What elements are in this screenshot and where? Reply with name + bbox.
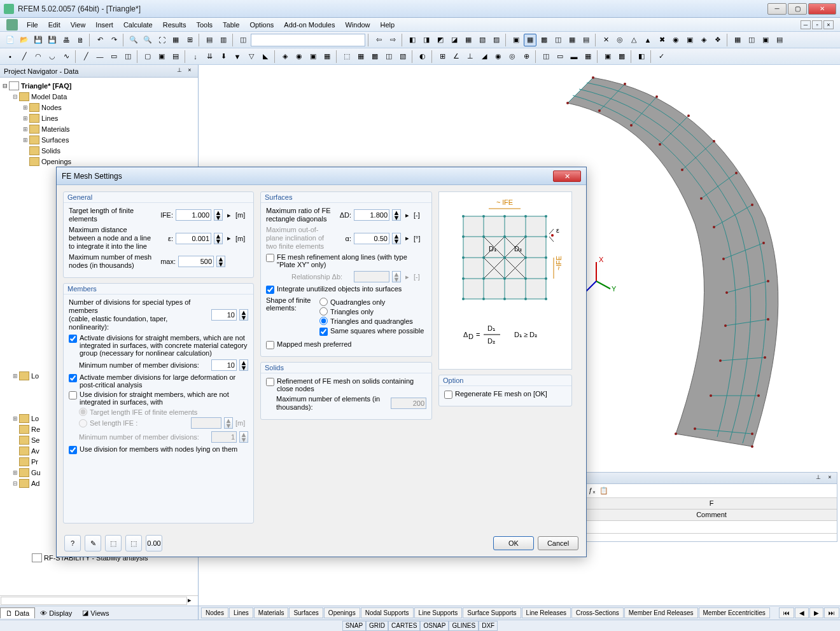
- tree-root[interactable]: Triangle* [FAQ]: [21, 82, 71, 90]
- tree-pr[interactable]: Pr: [31, 458, 38, 466]
- status-grid[interactable]: GRID: [366, 621, 388, 631]
- spin-div[interactable]: ▲▼: [239, 309, 248, 321]
- m3-icon[interactable]: ▩: [538, 34, 550, 46]
- l2-icon[interactable]: ⇊: [203, 50, 216, 63]
- input-inclination[interactable]: [354, 233, 389, 244]
- tab-surface-supports[interactable]: Surface Supports: [463, 607, 521, 618]
- s2-icon[interactable]: ▣: [155, 50, 168, 63]
- g2-icon[interactable]: ∠: [450, 50, 463, 63]
- combo-1[interactable]: [251, 34, 365, 46]
- tab-last-icon[interactable]: ⏭: [824, 607, 839, 618]
- tab-lines[interactable]: Lines: [229, 607, 253, 618]
- chk-refine-solids[interactable]: [266, 378, 274, 386]
- minimize-button[interactable]: ─: [767, 3, 787, 15]
- rad-both[interactable]: [319, 317, 328, 325]
- t2-icon[interactable]: ▥: [217, 34, 230, 46]
- redo-icon[interactable]: ↷: [108, 34, 120, 46]
- tree-openings[interactable]: Openings: [41, 158, 71, 165]
- spin-target[interactable]: ▲▼: [214, 209, 223, 221]
- tab-member-end-releases[interactable]: Member End Releases: [624, 607, 698, 618]
- e5-icon[interactable]: ▧: [396, 50, 409, 63]
- step-maxdist[interactable]: ▸: [225, 234, 233, 242]
- step-target[interactable]: ▸: [225, 211, 233, 219]
- units2-button[interactable]: ⬚: [125, 535, 142, 551]
- m2-icon[interactable]: ▦: [524, 34, 536, 46]
- nav-pin-icon[interactable]: ⊥: [175, 67, 184, 76]
- q1-icon[interactable]: ╱: [80, 50, 92, 63]
- zoom2-icon[interactable]: 🔍: [141, 34, 154, 46]
- menu-insert[interactable]: Insert: [90, 20, 118, 30]
- g1-icon[interactable]: ⊞: [436, 50, 449, 63]
- spin-maxnodes[interactable]: ▲▼: [216, 256, 225, 267]
- tab-line-releases[interactable]: Line Releases: [522, 607, 571, 618]
- step-inc[interactable]: ▸: [403, 234, 411, 242]
- l1-icon[interactable]: ↓: [189, 50, 202, 63]
- c3-icon[interactable]: ▣: [307, 50, 319, 63]
- g7-icon[interactable]: ⊕: [520, 50, 533, 63]
- tree-re[interactable]: Re: [31, 426, 40, 433]
- tab-prev-icon[interactable]: ◀: [795, 607, 809, 618]
- p3-icon[interactable]: ◠: [32, 50, 45, 63]
- j1-icon[interactable]: ◧: [635, 50, 648, 63]
- t1-icon[interactable]: ▤: [203, 34, 216, 46]
- i2-icon[interactable]: ▩: [615, 50, 628, 63]
- l6-icon[interactable]: ◣: [259, 50, 272, 63]
- e4-icon[interactable]: ◫: [382, 50, 395, 63]
- q2-icon[interactable]: —: [94, 50, 106, 63]
- g6-icon[interactable]: ◎: [506, 50, 519, 63]
- chk-use-division[interactable]: [69, 391, 77, 399]
- chk-refine-lines[interactable]: [266, 254, 274, 262]
- nav-tab-data[interactable]: 🗋Data: [0, 607, 35, 618]
- menu-view[interactable]: View: [66, 20, 91, 30]
- tree-model-data[interactable]: Model Data: [31, 93, 67, 101]
- chk-activate-concrete[interactable]: [69, 335, 77, 343]
- q3-icon[interactable]: ▭: [108, 50, 120, 63]
- status-cartes[interactable]: CARTES: [388, 621, 420, 631]
- status-snap[interactable]: SNAP: [342, 621, 366, 631]
- c2-icon[interactable]: ◉: [293, 50, 305, 63]
- nav-close-icon[interactable]: ×: [185, 67, 194, 76]
- menu-table[interactable]: Table: [218, 20, 244, 30]
- v2-icon[interactable]: ◨: [420, 34, 433, 46]
- menu-help[interactable]: Help: [375, 20, 400, 30]
- ok-button[interactable]: OK: [493, 536, 534, 550]
- i1-icon[interactable]: ▣: [601, 50, 614, 63]
- s3-icon[interactable]: ▤: [169, 50, 182, 63]
- chk-mapped[interactable]: [266, 341, 274, 349]
- v7-icon[interactable]: ▨: [490, 34, 503, 46]
- menu-options[interactable]: Options: [244, 20, 279, 30]
- m6-icon[interactable]: ▤: [580, 34, 592, 46]
- r3-icon[interactable]: ▣: [759, 34, 772, 46]
- tree-nodes[interactable]: Nodes: [41, 104, 62, 111]
- l5-icon[interactable]: ▽: [245, 50, 258, 63]
- m5-icon[interactable]: ▦: [566, 34, 578, 46]
- status-glines[interactable]: GLINES: [449, 621, 479, 631]
- spin-inc[interactable]: ▲▼: [392, 233, 401, 244]
- r4-icon[interactable]: ▤: [773, 34, 786, 46]
- c4-icon[interactable]: ▦: [321, 50, 333, 63]
- nav-tab-views[interactable]: ◪Views: [77, 607, 114, 618]
- menu-file[interactable]: File: [22, 20, 43, 30]
- chk-regenerate[interactable]: [444, 391, 452, 399]
- menu-addon[interactable]: Add-on Modules: [279, 20, 340, 30]
- e3-icon[interactable]: ▩: [368, 50, 381, 63]
- precision-button[interactable]: 0.00: [146, 535, 162, 551]
- dialog-close-button[interactable]: ✕: [553, 170, 581, 182]
- x4-icon[interactable]: ▲: [641, 34, 654, 46]
- g4-icon[interactable]: ◢: [478, 50, 491, 63]
- tree-lo2[interactable]: Lo: [31, 415, 39, 422]
- new-icon[interactable]: 📄: [4, 34, 17, 46]
- h1-icon[interactable]: ◫: [540, 50, 552, 63]
- input-max-dist[interactable]: [176, 233, 211, 244]
- tree-se[interactable]: Se: [31, 436, 39, 444]
- status-dxf[interactable]: DXF: [479, 621, 498, 631]
- p4-icon[interactable]: ◡: [46, 50, 59, 63]
- x8-icon[interactable]: ◈: [697, 34, 710, 46]
- rad-quad[interactable]: [319, 298, 328, 306]
- nav1-icon[interactable]: ⇦: [372, 34, 385, 46]
- x6-icon[interactable]: ◉: [669, 34, 682, 46]
- tab-member-ecc[interactable]: Member Eccentricities: [699, 607, 770, 618]
- tab-surfaces[interactable]: Surfaces: [289, 607, 323, 618]
- t3-icon[interactable]: ◫: [237, 34, 249, 46]
- r1-icon[interactable]: ▦: [731, 34, 744, 46]
